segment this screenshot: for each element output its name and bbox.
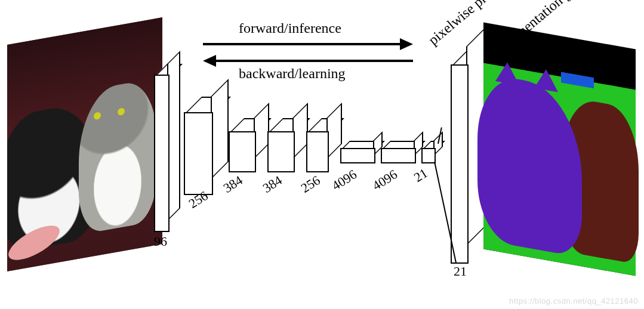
forward-arrow-label: forward/inference bbox=[239, 20, 341, 36]
fcn-architecture-diagram: forward/inference backward/learning 96 2… bbox=[0, 0, 644, 309]
forward-arrow bbox=[203, 43, 400, 45]
upsample-layer-label: 21 bbox=[454, 264, 467, 279]
input-image bbox=[7, 17, 162, 271]
conv-layer-0-label: 96 bbox=[154, 234, 167, 249]
watermark: https://blog.csdn.net/qq_42121640 bbox=[509, 296, 638, 305]
conv-layer-3-label: 384 bbox=[260, 172, 285, 196]
conv-layer-5-label: 4096 bbox=[329, 166, 359, 193]
backward-arrow-head bbox=[203, 55, 216, 67]
forward-arrow-head bbox=[400, 38, 413, 50]
conv-layer-4-label: 256 bbox=[298, 172, 323, 196]
backward-arrow-label: backward/learning bbox=[239, 66, 346, 82]
conv-layer-2-label: 384 bbox=[221, 172, 246, 196]
conv-layer-7-label: 21 bbox=[411, 165, 430, 186]
conv-layer-6-label: 4096 bbox=[369, 166, 400, 193]
segmentation-image bbox=[483, 23, 636, 276]
backward-arrow bbox=[216, 60, 413, 62]
